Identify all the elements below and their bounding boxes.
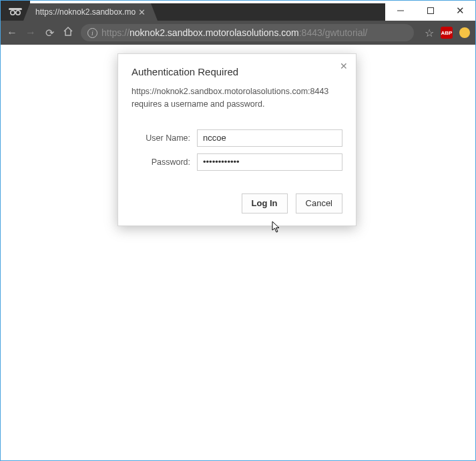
address-bar[interactable]: i https://noknok2.sandbox.motorolasoluti… [81, 24, 414, 41]
dialog-title: Authentication Required [132, 66, 342, 77]
extension-icons: ☆ ABP [425, 27, 470, 39]
tab-title: https://noknok2.sandbox.mo [35, 7, 136, 17]
login-button[interactable]: Log In [242, 193, 288, 213]
window-controls: ✕ [385, 1, 475, 21]
cancel-button[interactable]: Cancel [296, 193, 342, 213]
titlebar: https://noknok2.sandbox.mo ✕ ✕ [1, 1, 475, 21]
username-input[interactable] [197, 129, 342, 147]
tab-strip [151, 3, 385, 21]
window-close-button[interactable]: ✕ [445, 1, 475, 21]
browser-tab[interactable]: https://noknok2.sandbox.mo ✕ [30, 3, 151, 21]
username-label: User Name: [132, 133, 197, 143]
browser-toolbar: ← → ⟳ i https://noknok2.sandbox.motorola… [1, 21, 475, 45]
dialog-actions: Log In Cancel [132, 193, 342, 213]
mouse-cursor-icon [272, 221, 281, 236]
svg-rect-0 [9, 8, 22, 10]
password-input[interactable] [197, 153, 342, 171]
svg-rect-5 [427, 8, 433, 14]
tab-close-icon[interactable]: ✕ [138, 7, 146, 17]
svg-point-2 [16, 11, 20, 15]
dialog-close-icon[interactable]: ✕ [340, 61, 348, 71]
password-label: Password: [132, 157, 197, 167]
svg-point-1 [11, 11, 15, 15]
window-maximize-button[interactable] [415, 1, 445, 21]
browser-window: https://noknok2.sandbox.mo ✕ ✕ ← → ⟳ i h… [1, 1, 475, 460]
home-button[interactable] [62, 26, 74, 39]
reload-button[interactable]: ⟳ [43, 27, 55, 39]
username-row: User Name: [132, 129, 342, 147]
site-info-icon[interactable]: i [87, 28, 97, 38]
adblock-icon[interactable]: ABP [441, 27, 453, 39]
profile-avatar-icon[interactable] [459, 27, 470, 38]
bookmark-star-icon[interactable]: ☆ [425, 27, 434, 39]
url-text: https://noknok2.sandbox.motorolasolution… [101, 27, 367, 38]
page-content: ✕ Authentication Required https://noknok… [1, 45, 475, 460]
dialog-message: https://noknok2.sandbox.motorolasolution… [132, 85, 342, 111]
back-button[interactable]: ← [6, 27, 18, 39]
window-minimize-button[interactable] [385, 1, 415, 21]
forward-button[interactable]: → [25, 27, 37, 39]
auth-dialog: ✕ Authentication Required https://noknok… [117, 53, 356, 226]
password-row: Password: [132, 153, 342, 171]
